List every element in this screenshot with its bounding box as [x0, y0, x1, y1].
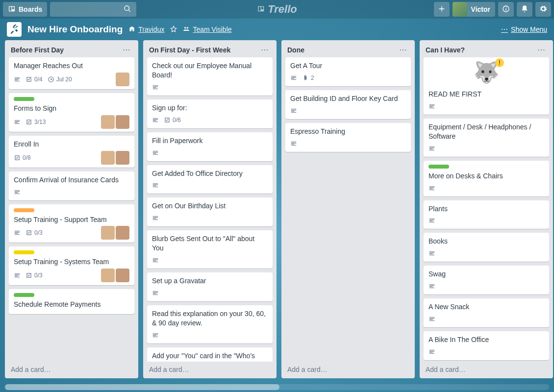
notifications-button[interactable] [517, 2, 532, 17]
card[interactable]: Forms to Sign3/13 [9, 93, 134, 132]
board-title[interactable]: New Hire Onboarding [27, 24, 123, 35]
card-label[interactable] [14, 97, 34, 101]
card[interactable]: Set up a Gravatar [147, 272, 273, 301]
card[interactable]: Fill in Paperwork [147, 132, 273, 161]
info-icon [502, 5, 510, 14]
card[interactable]: Espresso Training [285, 123, 411, 152]
card-members [101, 226, 129, 240]
card-title: Books [428, 237, 544, 246]
add-card-button[interactable]: Add a card… [281, 362, 415, 378]
description-icon [152, 257, 159, 264]
card[interactable]: A New Snack [424, 298, 549, 327]
card[interactable]: Get Building ID and Floor Key Card [285, 90, 411, 119]
card-title: A New Snack [428, 302, 544, 312]
card[interactable]: Equipment / Desk / Headphones / Software [424, 119, 549, 157]
scrollbar-thumb[interactable] [5, 384, 279, 390]
boards-button[interactable]: Boards [3, 2, 47, 17]
settings-button[interactable] [535, 2, 551, 17]
card-label[interactable] [14, 293, 34, 297]
card[interactable]: A Bike In The Office [424, 331, 549, 360]
add-card-button[interactable]: Add a card… [420, 362, 553, 378]
checklist-badge: 3/13 [25, 119, 46, 125]
description-icon [14, 119, 21, 125]
card-label[interactable] [14, 208, 34, 212]
card-title: Schedule Remote Payments [14, 300, 129, 309]
card[interactable]: Get Added To Office Directory [147, 165, 273, 194]
org-link[interactable]: Travidux [128, 25, 164, 34]
card-badges [152, 147, 268, 158]
list-header: Done ⋯ [281, 40, 415, 57]
card[interactable]: Schedule Remote Payments [9, 289, 134, 314]
info-button[interactable] [498, 2, 514, 17]
description-icon [14, 229, 21, 236]
due-date-badge: Jul 20 [48, 76, 72, 83]
list: Before First Day ⋯ Manager Reaches Out0/… [5, 40, 138, 378]
list-menu-button[interactable]: ⋯ [259, 45, 271, 54]
card-badges [290, 138, 406, 149]
show-menu-button[interactable]: ⋯ Show Menu [501, 25, 547, 33]
card-badges [428, 215, 544, 226]
member-avatar[interactable] [101, 151, 115, 165]
create-button[interactable] [434, 2, 450, 17]
list: Done ⋯ Get A Tour2Get Building ID and Fl… [281, 40, 415, 378]
card[interactable]: Manager Reaches Out0/4Jul 20 [9, 57, 134, 89]
list-title[interactable]: Done [287, 46, 397, 54]
add-card-button[interactable]: Add a card… [5, 362, 138, 378]
member-avatar[interactable] [116, 115, 129, 129]
card[interactable]: Read this explanation on your 30, 60, & … [147, 305, 273, 343]
member-avatar[interactable] [101, 115, 115, 129]
description-icon [290, 107, 297, 114]
user-menu[interactable]: Victor [453, 2, 495, 17]
card[interactable]: More on Desks & Chairs [424, 161, 549, 196]
description-icon [14, 189, 21, 196]
card[interactable]: Setup Training - Systems Team0/3 [9, 246, 134, 285]
list-title[interactable]: Before First Day [11, 46, 121, 54]
list-title[interactable]: On First Day - First Week [149, 46, 259, 54]
card-title: Setup Training - Support Team [14, 215, 129, 224]
card-label[interactable] [428, 165, 449, 169]
member-avatar[interactable] [116, 151, 129, 165]
gear-icon [539, 5, 547, 14]
card-title: READ ME FIRST [428, 90, 544, 99]
card[interactable]: Check out our Employee Manual Board! [147, 57, 273, 96]
search-button[interactable] [50, 2, 136, 17]
list-title[interactable]: Can I Have? [426, 46, 535, 54]
card[interactable]: Confirm Arrival of Insurance Cards [9, 172, 134, 200]
add-card-button[interactable]: Add a card… [143, 362, 277, 378]
card[interactable]: Setup Training - Support Team0/3 [9, 204, 134, 243]
trello-logo[interactable]: Trello [257, 3, 297, 16]
description-icon [152, 117, 159, 123]
card[interactable]: Add your "You" card in the "Who's Who" l… [147, 347, 273, 362]
list-menu-button[interactable]: ⋯ [535, 45, 547, 54]
checklist-badge: 0/4 [25, 76, 43, 83]
card[interactable]: Get A Tour2 [285, 57, 411, 86]
card-badges [428, 248, 544, 259]
card[interactable]: Get on Our Birthday List [147, 197, 273, 226]
star-button[interactable] [170, 25, 177, 34]
visibility-link[interactable]: Team Visible [183, 25, 231, 34]
horizontal-scrollbar[interactable] [5, 384, 549, 390]
description-icon [428, 348, 435, 355]
member-avatar[interactable] [116, 73, 129, 86]
card-title: Swag [428, 270, 544, 279]
member-avatar[interactable] [101, 269, 115, 282]
card[interactable]: Plants [424, 200, 549, 229]
board-canvas[interactable]: Before First Day ⋯ Manager Reaches Out0/… [0, 40, 554, 383]
list-menu-button[interactable]: ⋯ [121, 45, 132, 54]
checklist-badge: 0/3 [25, 272, 43, 279]
member-avatar[interactable] [116, 269, 129, 282]
card[interactable]: Sign up for:0/6 [147, 99, 273, 128]
card[interactable]: Blurb Gets Sent Out to "All" about You [147, 230, 273, 269]
member-avatar[interactable] [116, 226, 129, 240]
list-menu-button[interactable]: ⋯ [397, 45, 409, 54]
member-avatar[interactable] [101, 226, 115, 240]
card[interactable]: Books [424, 233, 549, 262]
card[interactable]: 🐺READ ME FIRST [424, 57, 549, 115]
card[interactable]: Swag [424, 266, 549, 294]
card-label[interactable] [14, 250, 34, 254]
boards-label: Boards [19, 5, 42, 13]
description-icon [428, 145, 435, 152]
card-cover: 🐺 [424, 57, 549, 87]
card[interactable]: Enroll In0/8 [9, 136, 134, 168]
description-icon [14, 272, 21, 279]
